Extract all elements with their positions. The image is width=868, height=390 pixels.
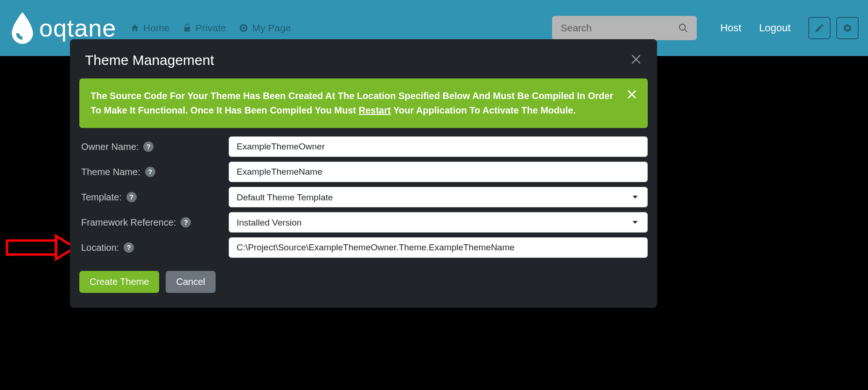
brand-text: oqtane — [39, 14, 116, 42]
close-icon — [626, 89, 637, 100]
template-select[interactable]: Default Theme Template — [229, 187, 648, 207]
nav-home-label: Home — [143, 22, 169, 34]
nav-private-label: Private — [196, 22, 226, 34]
create-theme-button[interactable]: Create Theme — [79, 271, 159, 293]
modal-close-button[interactable] — [630, 53, 642, 67]
modal-title: Theme Management — [85, 52, 214, 68]
framework-select[interactable]: Installed Version — [229, 212, 648, 233]
nav-private[interactable]: Private — [182, 22, 226, 34]
search-icon — [678, 22, 688, 34]
owner-name-label: Owner Name: ? — [79, 142, 229, 152]
droplet-icon — [9, 12, 35, 44]
location-label: Location: ? — [79, 242, 229, 253]
cancel-button[interactable]: Cancel — [166, 271, 215, 293]
location-input[interactable] — [229, 237, 648, 258]
annotation-arrow — [5, 234, 75, 262]
nav: Home Private My Page — [130, 22, 291, 34]
nav-home[interactable]: Home — [130, 22, 169, 34]
edit-button[interactable] — [808, 17, 831, 39]
modal-header: Theme Management — [70, 52, 657, 78]
help-icon[interactable]: ? — [145, 167, 155, 177]
modal-actions: Create Theme Cancel — [70, 258, 657, 293]
restart-link[interactable]: Restart — [359, 105, 391, 115]
lock-icon — [182, 23, 192, 33]
theme-management-modal: Theme Management The Source Code For You… — [70, 39, 657, 308]
target-icon — [239, 23, 248, 33]
nav-mypage-label: My Page — [252, 22, 291, 34]
search-input[interactable] — [560, 22, 678, 34]
alert-text-post: Your Application To Activate The Module. — [391, 105, 575, 115]
theme-name-label: Theme Name: ? — [79, 167, 229, 177]
nav-mypage[interactable]: My Page — [239, 22, 291, 34]
help-icon[interactable]: ? — [181, 217, 191, 227]
header-right: Host Logout — [720, 17, 859, 39]
framework-label: Framework Reference: ? — [79, 217, 229, 228]
form-grid: Owner Name: ? Theme Name: ? Template: ? … — [70, 128, 657, 258]
help-icon[interactable]: ? — [126, 192, 137, 202]
pencil-icon — [814, 23, 825, 33]
logout-link[interactable]: Logout — [759, 22, 791, 34]
close-icon — [630, 53, 642, 65]
help-icon[interactable]: ? — [124, 242, 134, 253]
theme-name-input[interactable] — [229, 162, 648, 182]
gear-icon — [842, 23, 853, 33]
home-icon — [130, 23, 140, 33]
owner-name-input[interactable] — [229, 136, 648, 157]
host-link[interactable]: Host — [720, 22, 741, 34]
template-label: Template: ? — [79, 192, 229, 203]
search-box[interactable] — [552, 16, 697, 40]
help-icon[interactable]: ? — [143, 142, 154, 152]
alert-close-button[interactable] — [626, 89, 637, 104]
success-alert: The Source Code For Your Theme Has Been … — [79, 78, 648, 128]
settings-button[interactable] — [836, 17, 859, 39]
